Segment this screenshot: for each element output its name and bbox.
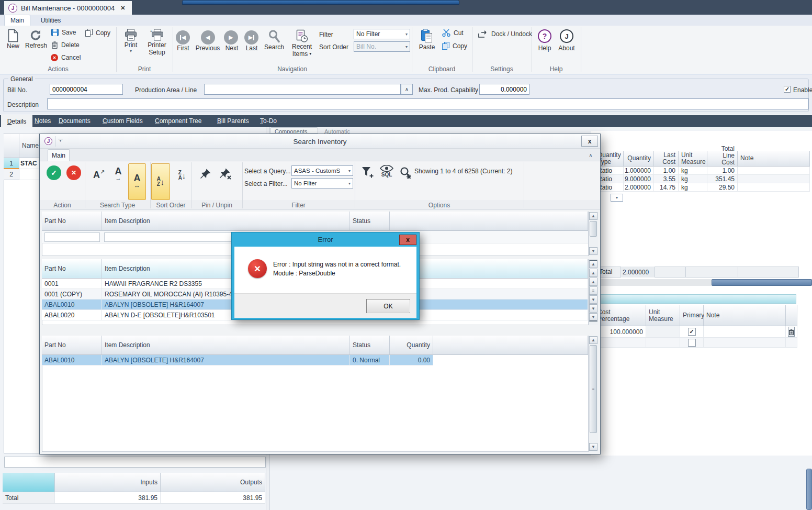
criteria-header-status[interactable]: Status (350, 212, 390, 231)
tab-components[interactable]: Components (270, 127, 318, 134)
primary-checkbox[interactable] (688, 339, 696, 347)
io-header-inputs[interactable]: Inputs (55, 473, 161, 492)
window-titlebar[interactable] (40, 134, 600, 149)
scroll-down-button[interactable]: ▼ (589, 247, 597, 255)
copy-button[interactable]: Copy (85, 29, 110, 37)
delete-button[interactable]: Delete (51, 41, 80, 49)
right-grid-header-last-cost[interactable]: Last Cost (654, 151, 679, 167)
enabled-checkbox[interactable]: ✓ (784, 86, 791, 93)
criteria-vscrollbar[interactable]: ▲ ▼ (588, 212, 598, 256)
hscrollbar-thumb[interactable] (712, 279, 812, 286)
tab-component-tree[interactable]: Component Tree (155, 117, 201, 125)
previous-button[interactable]: ◀ Previous (195, 30, 221, 52)
left-grid-row1-name[interactable]: STAC (19, 158, 39, 169)
cut-button[interactable]: Cut (442, 29, 464, 37)
results-header-part-no[interactable]: Part No (42, 259, 102, 279)
selection-header-item-description[interactable]: Item Description (102, 336, 350, 355)
paste-button[interactable]: Paste (418, 29, 436, 51)
max-prod-input[interactable] (479, 84, 529, 95)
recent-items-button[interactable]: Recent Items▾ (289, 29, 315, 58)
search-type-anywhere-button[interactable]: A↔ (128, 163, 146, 200)
ribbon-tab-main[interactable]: Main (4, 15, 30, 26)
left-grid-row2-name[interactable] (19, 169, 39, 180)
sort-ascending-button[interactable]: AZ ↓ (151, 163, 170, 200)
about-button[interactable]: J About (558, 29, 576, 52)
delete-row-button[interactable] (788, 327, 795, 337)
right-grid-header-unit-measure[interactable]: UnitMeasure (679, 151, 707, 167)
search-type-contains-button[interactable]: A→ (110, 167, 127, 183)
right-grid-header-note[interactable]: Note (738, 151, 810, 167)
unpin-button[interactable] (218, 167, 233, 181)
view-sql-button[interactable]: SQL (378, 165, 395, 178)
right-edge-vscrollbar[interactable] (806, 469, 812, 510)
window-tab-main[interactable]: Main (48, 149, 70, 161)
document-tab[interactable]: J Bill Maintenance - 0000000004 ✕ (4, 1, 132, 15)
selection-header-part-no[interactable]: Part No (42, 336, 102, 355)
last-button[interactable]: ▶ Last (244, 30, 259, 52)
scroll-last-button[interactable]: ▼ (589, 313, 597, 321)
description-input[interactable] (47, 98, 809, 109)
criteria-header-item-description[interactable]: Item Description (102, 212, 350, 231)
scroll-up-button[interactable]: ▲ (589, 212, 597, 220)
selection-vscrollbar[interactable]: ▲ ≡ ▼ (588, 336, 598, 452)
scroll-up-button[interactable]: ▲ (589, 336, 597, 344)
search-settings-button[interactable] (398, 165, 413, 180)
first-button[interactable]: ◀ First (176, 30, 190, 52)
help-button[interactable]: ? Help (537, 29, 552, 52)
sort-order-combobox[interactable]: Bill No.▾ (354, 41, 410, 52)
selection-header-quantity[interactable]: Quantity (390, 336, 433, 355)
document-tab-close-icon[interactable]: ✕ (120, 5, 125, 12)
scrollbar-thumb[interactable] (590, 221, 597, 237)
clipboard-copy-button[interactable]: Copy (442, 42, 467, 50)
tab-bill-parents[interactable]: Bill Parents (217, 117, 249, 125)
cost-grid-header-note[interactable]: Note (704, 305, 786, 326)
scroll-pageup-button[interactable]: ▲ (589, 269, 597, 277)
cost-grid-header-cost-percentage[interactable]: Cost Percentage (595, 305, 646, 326)
selection-header-status[interactable]: Status (350, 336, 390, 355)
scroll-up-button[interactable]: ▲ (589, 278, 597, 286)
window-close-button[interactable]: x (581, 136, 598, 147)
print-button[interactable]: Print ▾ (122, 29, 140, 63)
left-grid-row2-number[interactable]: 2 (4, 169, 19, 180)
tab-documents[interactable]: Documents (59, 117, 91, 125)
refresh-button[interactable]: Refresh (25, 29, 46, 55)
new-button[interactable]: New (5, 29, 21, 55)
ok-button[interactable]: OK (366, 299, 410, 313)
criteria-header-part-no[interactable]: Part No (42, 212, 102, 231)
tab-details[interactable]: Details (7, 118, 27, 125)
save-button[interactable]: Save (51, 29, 76, 36)
pin-button[interactable] (198, 167, 213, 181)
tab-automatic[interactable]: Automatic (324, 128, 358, 134)
scrollbar-thumb[interactable]: ≡ (590, 345, 597, 433)
tab-custom-fields[interactable]: Custom Fields (103, 117, 143, 125)
right-grid-header-quantity[interactable]: Quantity (624, 151, 654, 167)
tab-todo[interactable]: To-Do (260, 117, 277, 125)
part-no-filter-input[interactable] (44, 232, 100, 242)
quick-access-icon[interactable]: ▾ (58, 139, 63, 142)
sort-descending-button[interactable]: ZA ↓ (173, 167, 191, 184)
cancel-search-button[interactable]: ✕ (66, 165, 81, 180)
scroll-first-button[interactable]: ▲ (589, 260, 597, 268)
accept-button[interactable]: ✓ (47, 165, 61, 180)
search-type-startswith-button[interactable]: A↗ (91, 167, 107, 183)
bill-no-input[interactable] (50, 84, 123, 95)
tab-notes[interactable]: Notes (35, 117, 51, 125)
printer-setup-button[interactable]: * Printer Setup (145, 29, 168, 63)
scroll-down-button[interactable]: ▼ (589, 295, 597, 304)
cost-grid-header-unit-measure[interactable]: UnitMeasure (646, 305, 680, 326)
filter-combobox[interactable]: No Filter▾ (291, 178, 353, 189)
right-grid-dropdown-button[interactable]: ▾ (611, 194, 623, 202)
io-header-outputs[interactable]: Outputs (161, 473, 265, 492)
cost-grid-header-primary[interactable]: Primary (680, 305, 704, 326)
dock-undock-button[interactable]: Dock / Undock (477, 29, 532, 38)
cancel-button[interactable]: ✕ Cancel (51, 54, 81, 61)
production-area-input[interactable] (204, 84, 401, 95)
left-grid-row1-number[interactable]: 1 (4, 158, 19, 169)
scroll-grip[interactable]: ≡ (589, 286, 597, 295)
add-filter-button[interactable] (360, 165, 374, 180)
production-area-expand-button[interactable]: ∧ (401, 84, 413, 95)
scroll-down-button[interactable]: ▼ (589, 443, 597, 451)
search-button[interactable]: Search (264, 29, 284, 51)
primary-checkbox[interactable]: ✓ (688, 328, 696, 336)
results-navigator[interactable]: ▲ ▲ ▲ ≡ ▼ ▼ ▼ (588, 259, 598, 325)
